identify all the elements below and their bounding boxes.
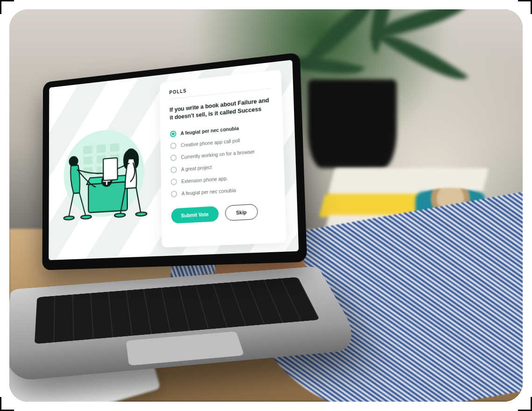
poll-card: POLLS If you write a book about Failure … [160, 70, 287, 248]
poll-option-label: A feugiat per nec conubia [182, 187, 236, 196]
voting-illustration [49, 75, 162, 260]
radio-icon [170, 166, 177, 173]
poll-options: A feugiat per nec conubiaCreative phone … [170, 119, 274, 200]
poll-option-label: A feugiat per nec conubia [181, 125, 239, 136]
svg-rect-8 [84, 167, 93, 175]
svg-point-15 [64, 216, 74, 220]
crop-mark [0, 397, 14, 411]
crop-mark [518, 0, 532, 14]
laptop-keyboard [35, 277, 320, 344]
submit-vote-button[interactable]: Submit Vote [171, 206, 219, 224]
laptop: POLLS If you write a book about Failure … [28, 65, 336, 369]
radio-icon [171, 178, 177, 185]
poll-question: If you write a book about Failure and it… [169, 96, 272, 122]
poll-option-label: A great project [181, 164, 212, 172]
poll-option-label: Extension phone app. [182, 175, 228, 184]
radio-icon [171, 191, 177, 198]
poll-actions: Submit Vote Skip [171, 203, 275, 224]
svg-rect-13 [104, 157, 118, 180]
svg-rect-1 [84, 145, 93, 154]
poll-app: POLLS If you write a book about Failure … [49, 60, 299, 260]
svg-rect-2 [97, 144, 106, 153]
laptop-screen: POLLS If you write a book about Failure … [49, 60, 299, 260]
svg-point-19 [136, 212, 147, 216]
skip-button[interactable]: Skip [225, 204, 258, 221]
radio-icon [170, 142, 176, 149]
section-label: POLLS [169, 79, 271, 99]
radio-icon [170, 154, 177, 161]
laptop-lid: POLLS If you write a book about Failure … [42, 52, 307, 270]
crop-mark [518, 397, 532, 411]
crop-mark [0, 0, 14, 14]
svg-point-18 [114, 213, 126, 217]
svg-rect-3 [110, 143, 119, 152]
svg-point-16 [81, 215, 91, 219]
laptop-base [9, 266, 365, 383]
svg-rect-4 [84, 156, 93, 164]
photo-mockup: POLLS If you write a book about Failure … [9, 9, 523, 402]
svg-point-14 [70, 156, 78, 166]
laptop-trackpad [126, 331, 245, 366]
radio-icon [170, 130, 176, 137]
poll-option-label: Creative phone app call poll [181, 137, 240, 148]
